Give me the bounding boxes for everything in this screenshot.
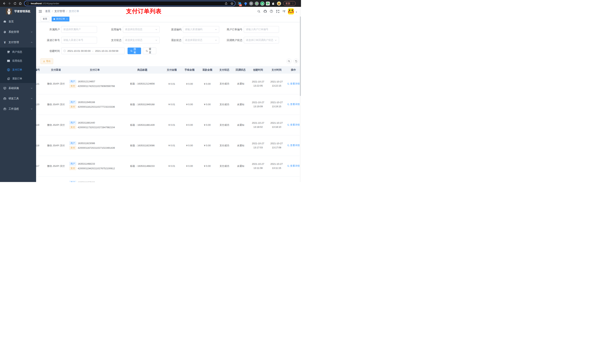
bookmark-star-icon[interactable] bbox=[229, 1, 235, 6]
merchant-order-tag: 商户 bbox=[69, 162, 76, 166]
topbar-icons: TT ▼ bbox=[256, 7, 301, 16]
extension-chat-icon[interactable] bbox=[266, 1, 270, 6]
site-info-icon[interactable]: i bbox=[26, 2, 29, 5]
close-tab-icon[interactable]: × bbox=[66, 18, 68, 20]
column-header-1: 支付渠道 bbox=[44, 66, 68, 74]
page-scrollbar[interactable] bbox=[300, 7, 301, 182]
address-bar[interactable]: i localhost:1024/pay/order bbox=[24, 1, 236, 6]
back-icon[interactable] bbox=[1, 1, 7, 6]
view-detail-link[interactable]: 查看详情 bbox=[287, 164, 300, 167]
cell-create-time: 2021-10-2713:17:03 bbox=[249, 135, 267, 156]
export-button[interactable]: 导出 bbox=[41, 58, 53, 64]
toolbox-icon bbox=[3, 97, 6, 100]
extensions-puzzle-icon[interactable] bbox=[271, 1, 275, 6]
user-avatar[interactable] bbox=[288, 8, 294, 14]
extension-gem-icon[interactable] bbox=[243, 1, 248, 6]
cell-pay-status: 支付成功 bbox=[216, 74, 233, 94]
github-icon[interactable] bbox=[262, 7, 268, 16]
cell-partial-5 bbox=[181, 176, 198, 182]
extension-emoji-icon[interactable] bbox=[277, 1, 281, 6]
breadcrumb: 首页 / 支付管理 / 支付订单 bbox=[45, 10, 79, 13]
filter-input[interactable]: 请选择所属商户 bbox=[61, 26, 97, 33]
forward-icon[interactable] bbox=[7, 1, 12, 6]
avatar-caret-icon[interactable]: ▼ bbox=[295, 11, 297, 13]
sidebar-item-pay-order[interactable]: 支付订单 bbox=[0, 65, 36, 74]
extension-command-icon[interactable]: ⌘ bbox=[249, 1, 253, 6]
column-header-10: 支付时间 bbox=[267, 66, 286, 74]
search-icon[interactable] bbox=[256, 7, 262, 16]
sidebar-item-merchant-info[interactable]: 商户信息 bbox=[0, 48, 36, 56]
search-button[interactable]: 搜索 bbox=[128, 48, 141, 54]
create-time-range-picker[interactable]: 2021-10-01 00:00:00 - 2021-10-31 23:59:5… bbox=[61, 48, 125, 54]
create-time-label: 创建时间 bbox=[41, 48, 61, 54]
filter-select[interactable]: 请选择支付状态 bbox=[123, 37, 160, 43]
filter-select[interactable]: 请选择退款状态 bbox=[183, 37, 219, 43]
extension-y-icon[interactable]: y bbox=[260, 1, 264, 6]
sidebar-item-app-info[interactable]: 应用信息 bbox=[0, 56, 36, 65]
view-detail-link[interactable]: 查看详情 bbox=[287, 82, 300, 85]
scrollbar-thumb[interactable] bbox=[300, 16, 301, 96]
grid-icon bbox=[7, 59, 10, 62]
cell-fee: ¥ 0.00 bbox=[181, 74, 198, 94]
sidebar-item-payment[interactable]: ¥支付管理 bbox=[0, 37, 36, 48]
browser-update-button[interactable]: 更新 ⋮ bbox=[283, 1, 296, 6]
filter-input[interactable]: 请输入渠道订单号 bbox=[61, 37, 97, 43]
view-detail-link[interactable]: 查看详情 bbox=[287, 123, 300, 126]
home-icon[interactable] bbox=[18, 1, 23, 6]
filter-item-0-2: 渠道编码请输入渠道编码 bbox=[163, 26, 219, 33]
placeholder-text: 请选择订单回调商户状态 bbox=[246, 39, 274, 42]
breadcrumb-home[interactable]: 首页 bbox=[45, 10, 50, 13]
sidebar-item-home[interactable]: 首页 bbox=[0, 16, 36, 27]
reload-icon[interactable] bbox=[12, 1, 18, 6]
filter-label: 退款状态 bbox=[163, 37, 183, 43]
share-icon[interactable] bbox=[224, 1, 229, 6]
sidebar-collapse-icon[interactable] bbox=[39, 10, 42, 13]
filter-item-0-1: 应用编号请选择应用信息 bbox=[103, 26, 160, 33]
cell-partial-4 bbox=[163, 176, 181, 182]
sidebar-item-infra[interactable]: 基础设施 bbox=[0, 83, 36, 94]
toggle-search-button[interactable] bbox=[286, 59, 291, 64]
refresh-button[interactable] bbox=[294, 59, 299, 64]
app-logo[interactable]: 芋道管理系统 bbox=[0, 7, 36, 16]
reset-button[interactable]: 重置 bbox=[143, 48, 156, 54]
filter-select[interactable]: 请选择订单回调商户状态 bbox=[244, 37, 279, 43]
sidebar-item-devtools[interactable]: 研发工具 bbox=[0, 94, 36, 104]
view-detail-link[interactable]: 查看详情 bbox=[287, 144, 300, 147]
table-header-row: 编号支付渠道支付订单商品标题支付金额手续金额退款金额支付状态回调状态创建时间支付… bbox=[36, 66, 301, 74]
font-size-icon[interactable]: TT bbox=[281, 7, 287, 16]
table-row: 120微信 JSAPI 支付商户1635311949168支付420000118… bbox=[36, 94, 301, 115]
fullscreen-icon[interactable] bbox=[275, 7, 281, 16]
cell-fee: ¥ 0.00 bbox=[181, 135, 198, 156]
chevron-down-icon bbox=[155, 39, 158, 42]
placeholder-text: 请输入渠道编码 bbox=[185, 28, 214, 31]
placeholder-text: 请输入渠道订单号 bbox=[63, 39, 95, 42]
filter-input[interactable]: 请输入商户订单编号 bbox=[244, 26, 279, 33]
sidebar-item-refund-order[interactable]: 退款订单 bbox=[0, 74, 36, 83]
breadcrumb-pay-manage[interactable]: 支付管理 bbox=[54, 10, 65, 13]
pay-order-tag: 支付 bbox=[69, 166, 76, 170]
filter-select[interactable]: 请输入渠道编码 bbox=[183, 26, 219, 33]
view-detail-link[interactable]: 查看详情 bbox=[287, 103, 300, 106]
help-icon[interactable] bbox=[268, 7, 275, 16]
filter-item-0-0: 所属商户请选择所属商户 bbox=[41, 26, 97, 33]
chevron-down-icon bbox=[275, 39, 277, 42]
merchant-order-tag: 商户 bbox=[69, 141, 76, 145]
sidebar-item-system[interactable]: 系统管理 bbox=[0, 27, 36, 37]
table-body: 121微信 JSAPI 支付商户1635312124657支付420000117… bbox=[36, 74, 301, 182]
tab-home[interactable]: 首页 bbox=[41, 17, 49, 21]
cell-pay-status: 支付成功 bbox=[216, 115, 233, 135]
pay-order-no: 4200001181202110277723215336 bbox=[78, 105, 115, 108]
filter-select[interactable]: 请选择应用信息 bbox=[123, 26, 160, 33]
cell-partial-10 bbox=[267, 176, 286, 182]
yen-icon: ¥ bbox=[3, 41, 6, 44]
cell-id: 121 bbox=[36, 74, 44, 94]
extension-record-icon[interactable] bbox=[255, 1, 259, 6]
orders-table: 编号支付渠道支付订单商品标题支付金额手续金额退款金额支付状态回调状态创建时间支付… bbox=[36, 66, 301, 182]
app-title: 芋道管理系统 bbox=[14, 10, 30, 13]
tab-pay-order[interactable]: 支付订单× bbox=[52, 17, 69, 21]
sidebar-item-workflow[interactable]: 工作流程 bbox=[0, 104, 36, 114]
placeholder-text: 请选择应用信息 bbox=[125, 28, 154, 31]
extension-diamond-icon[interactable]: 10 bbox=[238, 1, 242, 6]
browser-menu-icon[interactable]: ⋮ bbox=[291, 2, 294, 5]
browser-toolbar: i localhost:1024/pay/order 10 ⌘ y 更新 ⋮ bbox=[0, 0, 301, 7]
